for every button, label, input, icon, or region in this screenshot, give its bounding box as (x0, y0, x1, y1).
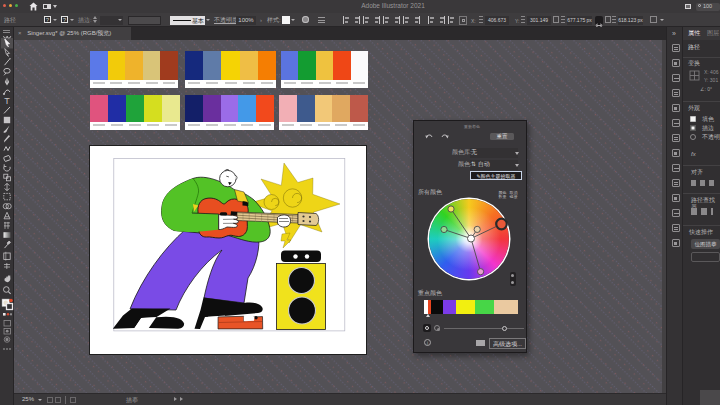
svg-text:T: T (4, 96, 10, 106)
